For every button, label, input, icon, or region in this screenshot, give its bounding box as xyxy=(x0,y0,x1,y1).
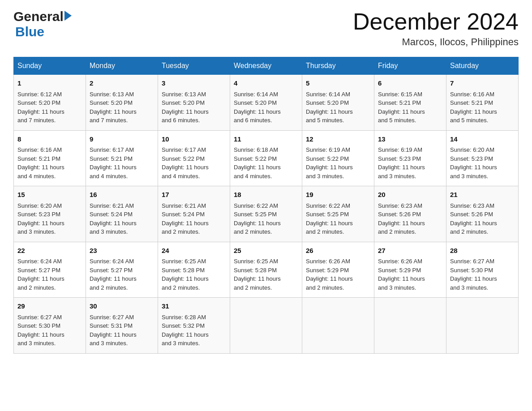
day-number: 28 xyxy=(450,246,515,256)
calendar-cell xyxy=(302,298,374,354)
day-info: Sunrise: 6:14 AMSunset: 5:20 PMDaylight:… xyxy=(234,90,298,125)
calendar-cell: 18Sunrise: 6:22 AMSunset: 5:25 PMDayligh… xyxy=(230,186,302,242)
calendar-cell: 4Sunrise: 6:14 AMSunset: 5:20 PMDaylight… xyxy=(230,75,302,131)
day-number: 30 xyxy=(90,301,154,312)
calendar-cell: 8Sunrise: 6:16 AMSunset: 5:21 PMDaylight… xyxy=(14,130,86,186)
day-info: Sunrise: 6:23 AMSunset: 5:26 PMDaylight:… xyxy=(450,201,515,236)
calendar-cell xyxy=(374,298,446,354)
day-info: Sunrise: 6:27 AMSunset: 5:31 PMDaylight:… xyxy=(90,313,154,348)
day-number: 12 xyxy=(306,134,370,145)
day-info: Sunrise: 6:13 AMSunset: 5:20 PMDaylight:… xyxy=(162,90,226,125)
calendar-cell: 17Sunrise: 6:21 AMSunset: 5:24 PMDayligh… xyxy=(158,186,230,242)
day-number: 1 xyxy=(17,78,82,89)
day-number: 14 xyxy=(450,134,515,145)
month-title: December 2024 xyxy=(353,9,519,34)
day-info: Sunrise: 6:20 AMSunset: 5:23 PMDaylight:… xyxy=(17,201,82,236)
day-info: Sunrise: 6:20 AMSunset: 5:23 PMDaylight:… xyxy=(450,146,515,180)
day-info: Sunrise: 6:27 AMSunset: 5:30 PMDaylight:… xyxy=(17,313,82,348)
day-info: Sunrise: 6:19 AMSunset: 5:22 PMDaylight:… xyxy=(306,146,370,180)
day-info: Sunrise: 6:19 AMSunset: 5:23 PMDaylight:… xyxy=(378,146,442,180)
title-block: December 2024 Marcos, Ilocos, Philippine… xyxy=(353,9,519,48)
day-number: 4 xyxy=(234,78,298,89)
calendar-cell: 6Sunrise: 6:15 AMSunset: 5:21 PMDaylight… xyxy=(374,75,446,131)
calendar-cell: 21Sunrise: 6:23 AMSunset: 5:26 PMDayligh… xyxy=(446,186,519,242)
day-info: Sunrise: 6:13 AMSunset: 5:20 PMDaylight:… xyxy=(90,90,154,125)
day-number: 27 xyxy=(378,246,442,256)
day-number: 7 xyxy=(450,78,515,89)
calendar-cell xyxy=(230,298,302,354)
day-info: Sunrise: 6:22 AMSunset: 5:25 PMDaylight:… xyxy=(306,201,370,236)
col-header-thursday: Thursday xyxy=(302,57,374,75)
calendar-cell: 31Sunrise: 6:28 AMSunset: 5:32 PMDayligh… xyxy=(158,298,230,354)
calendar-cell: 3Sunrise: 6:13 AMSunset: 5:20 PMDaylight… xyxy=(158,75,230,131)
day-info: Sunrise: 6:12 AMSunset: 5:20 PMDaylight:… xyxy=(17,90,82,125)
calendar-cell: 14Sunrise: 6:20 AMSunset: 5:23 PMDayligh… xyxy=(446,130,519,186)
col-header-friday: Friday xyxy=(374,57,446,75)
week-row-4: 22Sunrise: 6:24 AMSunset: 5:27 PMDayligh… xyxy=(14,242,519,298)
calendar-cell: 1Sunrise: 6:12 AMSunset: 5:20 PMDaylight… xyxy=(14,75,86,131)
calendar-cell: 26Sunrise: 6:26 AMSunset: 5:29 PMDayligh… xyxy=(302,242,374,298)
day-info: Sunrise: 6:16 AMSunset: 5:21 PMDaylight:… xyxy=(450,90,515,125)
day-info: Sunrise: 6:21 AMSunset: 5:24 PMDaylight:… xyxy=(162,201,226,236)
calendar-cell: 29Sunrise: 6:27 AMSunset: 5:30 PMDayligh… xyxy=(14,298,86,354)
col-header-tuesday: Tuesday xyxy=(158,57,230,75)
day-number: 2 xyxy=(90,78,154,89)
day-info: Sunrise: 6:24 AMSunset: 5:27 PMDaylight:… xyxy=(90,257,154,292)
day-info: Sunrise: 6:24 AMSunset: 5:27 PMDaylight:… xyxy=(17,257,82,292)
day-number: 17 xyxy=(162,190,226,200)
day-number: 13 xyxy=(378,134,442,145)
calendar-cell: 28Sunrise: 6:27 AMSunset: 5:30 PMDayligh… xyxy=(446,242,519,298)
day-number: 18 xyxy=(234,190,298,200)
calendar-cell: 12Sunrise: 6:19 AMSunset: 5:22 PMDayligh… xyxy=(302,130,374,186)
day-info: Sunrise: 6:25 AMSunset: 5:28 PMDaylight:… xyxy=(234,257,298,292)
calendar-cell: 9Sunrise: 6:17 AMSunset: 5:21 PMDaylight… xyxy=(86,130,158,186)
calendar-cell: 10Sunrise: 6:17 AMSunset: 5:22 PMDayligh… xyxy=(158,130,230,186)
day-number: 10 xyxy=(162,134,226,145)
day-info: Sunrise: 6:25 AMSunset: 5:28 PMDaylight:… xyxy=(162,257,226,292)
page-header: General Blue December 2024 Marcos, Iloco… xyxy=(13,9,519,48)
day-number: 20 xyxy=(378,190,442,200)
day-number: 9 xyxy=(90,134,154,145)
calendar-cell: 25Sunrise: 6:25 AMSunset: 5:28 PMDayligh… xyxy=(230,242,302,298)
day-number: 8 xyxy=(17,134,82,145)
day-number: 25 xyxy=(234,246,298,256)
day-number: 29 xyxy=(17,301,82,312)
calendar-cell: 16Sunrise: 6:21 AMSunset: 5:24 PMDayligh… xyxy=(86,186,158,242)
day-info: Sunrise: 6:18 AMSunset: 5:22 PMDaylight:… xyxy=(234,146,298,180)
day-number: 21 xyxy=(450,190,515,200)
calendar-cell: 19Sunrise: 6:22 AMSunset: 5:25 PMDayligh… xyxy=(302,186,374,242)
logo-blue-text: Blue xyxy=(15,24,44,39)
calendar-cell: 22Sunrise: 6:24 AMSunset: 5:27 PMDayligh… xyxy=(14,242,86,298)
week-row-3: 15Sunrise: 6:20 AMSunset: 5:23 PMDayligh… xyxy=(14,186,519,242)
col-header-monday: Monday xyxy=(86,57,158,75)
day-info: Sunrise: 6:23 AMSunset: 5:26 PMDaylight:… xyxy=(378,201,442,236)
calendar-cell: 27Sunrise: 6:26 AMSunset: 5:29 PMDayligh… xyxy=(374,242,446,298)
week-row-5: 29Sunrise: 6:27 AMSunset: 5:30 PMDayligh… xyxy=(14,298,519,354)
calendar-table: SundayMondayTuesdayWednesdayThursdayFrid… xyxy=(13,57,519,354)
day-number: 31 xyxy=(162,301,226,312)
week-row-2: 8Sunrise: 6:16 AMSunset: 5:21 PMDaylight… xyxy=(14,130,519,186)
day-info: Sunrise: 6:17 AMSunset: 5:21 PMDaylight:… xyxy=(90,146,154,180)
day-number: 15 xyxy=(17,190,82,200)
day-info: Sunrise: 6:15 AMSunset: 5:21 PMDaylight:… xyxy=(378,90,442,125)
day-info: Sunrise: 6:27 AMSunset: 5:30 PMDaylight:… xyxy=(450,257,515,292)
week-row-1: 1Sunrise: 6:12 AMSunset: 5:20 PMDaylight… xyxy=(14,75,519,131)
day-info: Sunrise: 6:14 AMSunset: 5:20 PMDaylight:… xyxy=(306,90,370,125)
calendar-cell: 7Sunrise: 6:16 AMSunset: 5:21 PMDaylight… xyxy=(446,75,519,131)
day-number: 26 xyxy=(306,246,370,256)
calendar-header-row: SundayMondayTuesdayWednesdayThursdayFrid… xyxy=(14,57,519,75)
logo-general-text: General xyxy=(13,9,64,24)
day-number: 23 xyxy=(90,246,154,256)
day-info: Sunrise: 6:22 AMSunset: 5:25 PMDaylight:… xyxy=(234,201,298,236)
logo: General Blue xyxy=(13,9,72,39)
calendar-cell: 24Sunrise: 6:25 AMSunset: 5:28 PMDayligh… xyxy=(158,242,230,298)
day-number: 5 xyxy=(306,78,370,89)
col-header-wednesday: Wednesday xyxy=(230,57,302,75)
day-info: Sunrise: 6:21 AMSunset: 5:24 PMDaylight:… xyxy=(90,201,154,236)
calendar-cell: 5Sunrise: 6:14 AMSunset: 5:20 PMDaylight… xyxy=(302,75,374,131)
calendar-cell: 11Sunrise: 6:18 AMSunset: 5:22 PMDayligh… xyxy=(230,130,302,186)
day-number: 19 xyxy=(306,190,370,200)
day-info: Sunrise: 6:17 AMSunset: 5:22 PMDaylight:… xyxy=(162,146,226,180)
col-header-sunday: Sunday xyxy=(14,57,86,75)
calendar-cell: 15Sunrise: 6:20 AMSunset: 5:23 PMDayligh… xyxy=(14,186,86,242)
